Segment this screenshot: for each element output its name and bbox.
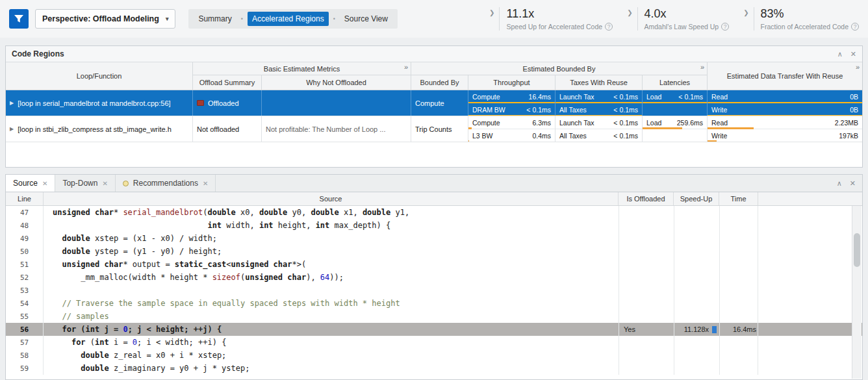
column-header-is-offloaded[interactable]: Is Offloaded [619,192,674,205]
throughput-cell[interactable]: Compute6.3msL3 BW0.4ms [468,116,555,142]
source-row[interactable]: 47unsigned char* serial_mandelbrot(doubl… [6,206,862,219]
tab-top-down[interactable]: Top-Down✕ [55,175,115,192]
source-rows: 47unsigned char* serial_mandelbrot(doubl… [6,206,862,375]
data-transfer-cell[interactable]: Read0BWrite0B [708,90,862,116]
why-not-offloaded-cell[interactable] [262,90,411,116]
column-header-speed-up[interactable]: Speed-Up [674,192,719,205]
line-number: 58 [6,349,44,362]
splitter-chevron-icon[interactable]: ❯ [489,9,494,31]
info-icon[interactable]: ? [851,23,859,31]
offload-summary-cell[interactable]: Offloaded [193,90,262,116]
loop-function-cell[interactable]: ▶[loop in stbi_zlib_compress at stb_imag… [6,116,193,142]
view-tab-accelerated-regions[interactable]: Accelerated Regions [248,12,329,26]
perspective-dropdown[interactable]: Perspective: Offload Modeling ▾ [35,9,175,29]
scrollbar-thumb[interactable] [854,233,860,267]
column-header-latencies[interactable]: Latencies [643,75,708,90]
speedup-cell [674,284,719,297]
line-number: 56 [6,323,44,336]
expand-columns-icon[interactable]: » [404,63,408,71]
offload-summary-cell[interactable]: Not offloaded [193,116,262,142]
taxes-metric-cell: Launch Tax< 0.1ms [555,90,642,103]
is-offloaded-cell [619,232,674,245]
info-icon[interactable]: ? [721,23,729,31]
loop-function-cell[interactable]: ▶[loop in serial_mandelbrot at mandelbro… [6,90,193,116]
throughput-cell[interactable]: Compute16.4msDRAM BW< 0.1ms [468,90,555,116]
taxes-with-reuse-cell[interactable]: Launch Tax< 0.1msAll Taxes< 0.1ms [555,116,643,142]
time-cell: 16.4ms [719,323,758,336]
close-panel-icon[interactable]: ✕ [850,179,856,188]
is-offloaded-cell [619,245,674,258]
tab-close-icon[interactable]: ✕ [203,180,208,187]
tab-close-icon[interactable]: ✕ [102,180,107,187]
expand-columns-icon[interactable]: » [700,63,704,71]
splitter-chevron-icon[interactable]: ❯ [743,9,748,31]
code-region-row[interactable]: ▶[loop in stbi_zlib_compress at stb_imag… [6,116,862,142]
source-row[interactable]: 51 unsigned char* output = static_cast<u… [6,258,862,271]
column-group-estimated-data-transfer[interactable]: Estimated Data Transfer With Reuse » [708,62,862,90]
source-row[interactable]: 52 _mm_malloc(width * height * sizeof(un… [6,271,862,284]
taxes-metric-cell: All Taxes< 0.1ms [555,103,642,116]
view-tab-source-view[interactable]: Source View [340,12,392,26]
column-group-estimated-bounded-by[interactable]: Estimated Bounded By » [411,62,708,75]
source-row[interactable]: 54 // Traverse the sample space in equal… [6,297,862,310]
column-header-time[interactable]: Time [719,192,758,205]
code-region-row[interactable]: ▶[loop in serial_mandelbrot at mandelbro… [6,90,862,116]
time-cell [719,271,758,284]
source-row[interactable]: 53 [6,284,862,297]
column-header-throughput[interactable]: Throughput [468,75,555,90]
tab-close-icon[interactable]: ✕ [42,180,47,187]
latencies-cell[interactable]: Load259.6ms [643,116,708,142]
data-transfer-metric-cell: Write0B [708,103,862,116]
source-row[interactable]: 50 double ystep = (y1 - y0) / height; [6,245,862,258]
source-row[interactable]: 58 double z_real = x0 + i * xstep; [6,349,862,362]
offload-summary-text: Not offloaded [197,125,239,133]
source-panel: Source✕Top-Down✕Recommendations✕ ∧ ✕ Lin… [5,174,863,380]
source-row[interactable]: 59 double z_imaginary = y0 + j * ystep; [6,362,862,375]
column-header-bounded-by[interactable]: Bounded By [411,75,468,90]
collapse-panel-icon[interactable]: ∧ [837,50,843,58]
column-header-loop-function[interactable]: Loop/Function [6,62,193,90]
source-row[interactable]: 56 for (int j = 0; j < height; ++j) {Yes… [6,323,862,336]
close-panel-icon[interactable]: ✕ [850,50,856,58]
source-row[interactable]: 55 // samples [6,310,862,323]
source-row[interactable]: 49 double xstep = (x1 - x0) / width; [6,232,862,245]
source-row[interactable]: 48 int width, int height, int max_depth)… [6,219,862,232]
code-line: for (int i = 0; i < width; ++i) { [44,336,619,349]
collapse-panel-icon[interactable]: ∧ [837,179,842,188]
expand-row-icon[interactable]: ▶ [10,126,14,132]
loop-function-name: [loop in stbi_zlib_compress at stb_image… [18,125,172,133]
source-row[interactable]: 57 for (int i = 0; i < width; ++i) { [6,336,862,349]
expand-columns-icon[interactable]: » [856,63,860,71]
view-tab-summary[interactable]: Summary [194,12,236,26]
tab-source[interactable]: Source✕ [6,175,55,192]
column-header-offload-summary[interactable]: Offload Summary [193,75,262,90]
is-offloaded-cell [619,336,674,349]
column-header-why-not-offloaded[interactable]: Why Not Offloaded [262,75,411,90]
splitter-chevron-icon[interactable]: ❯ [627,9,632,31]
is-offloaded-cell: Yes [619,323,674,336]
time-cell [719,245,758,258]
caret-down-icon: ▾ [166,16,169,22]
tab-recommendations[interactable]: Recommendations✕ [116,175,216,192]
column-group-basic-estimated-metrics[interactable]: Basic Estimated Metrics » [193,62,411,75]
metric-name: Read [711,93,728,101]
bounded-by-cell[interactable]: Trip Counts [411,116,468,142]
column-header-line[interactable]: Line [6,192,44,205]
bounded-by-cell[interactable]: Compute [411,90,468,116]
line-number: 54 [6,297,44,310]
info-icon[interactable]: ? [605,23,613,31]
vertical-scrollbar[interactable] [852,206,862,379]
row-filler [758,284,862,297]
data-transfer-cell[interactable]: Read2.23MBWrite197kB [708,116,862,142]
metric-value: < 0.1ms [613,106,638,114]
why-not-offloaded-cell[interactable]: Not profitable: The Number of Loop ... [262,116,411,142]
speedup-cell [674,232,719,245]
code-line: // Traverse the sample space in equally … [44,297,619,310]
taxes-with-reuse-cell[interactable]: Launch Tax< 0.1msAll Taxes< 0.1ms [555,90,643,116]
expand-row-icon[interactable]: ▶ [10,100,14,106]
column-header-source[interactable]: Source [44,192,619,205]
row-filler [758,245,862,258]
latencies-cell[interactable]: Load< 0.1ms [643,90,708,116]
speedup-cell: 11.128x [674,323,719,336]
column-header-taxes-with-reuse[interactable]: Taxes With Reuse [555,75,643,90]
